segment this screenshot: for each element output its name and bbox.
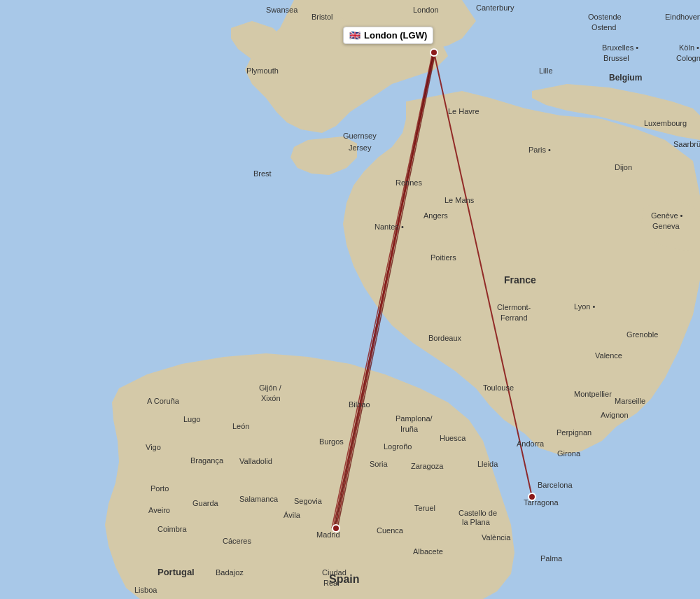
svg-text:London: London [413, 6, 439, 14]
svg-text:Burgos: Burgos [319, 437, 344, 446]
svg-text:Guarda: Guarda [192, 499, 219, 507]
svg-text:Le Mans: Le Mans [444, 196, 475, 204]
svg-text:Valence: Valence [595, 351, 622, 360]
svg-text:Porto: Porto [150, 484, 169, 493]
svg-text:Cuenca: Cuenca [377, 526, 404, 535]
svg-text:Segovia: Segovia [294, 497, 323, 505]
svg-text:Valladolid: Valladolid [239, 457, 272, 465]
svg-text:Badajoz: Badajoz [216, 568, 244, 577]
svg-text:Teruel: Teruel [414, 504, 435, 512]
svg-text:Ferrand: Ferrand [500, 313, 528, 322]
svg-text:Bordeaux: Bordeaux [428, 334, 462, 342]
svg-text:Real: Real [323, 579, 340, 587]
svg-text:Clermont-: Clermont- [497, 303, 531, 311]
svg-text:Nantes •: Nantes • [374, 223, 404, 231]
svg-text:Logroño: Logroño [384, 442, 412, 451]
svg-text:Avignon: Avignon [601, 411, 629, 419]
svg-text:Lleida: Lleida [477, 460, 498, 468]
svg-text:Lugo: Lugo [183, 415, 200, 423]
svg-text:Le Havre: Le Havre [448, 107, 479, 115]
svg-text:Salamanca: Salamanca [239, 495, 279, 503]
svg-text:Brest: Brest [253, 169, 272, 178]
svg-text:Castello de: Castello de [458, 509, 497, 517]
svg-text:Poitiers: Poitiers [430, 253, 456, 262]
svg-text:Soria: Soria [370, 460, 388, 468]
svg-text:France: France [504, 274, 536, 286]
svg-text:Lille: Lille [539, 66, 553, 75]
svg-text:Portugal: Portugal [158, 567, 195, 577]
map-container: Swansea Bristol London Canterbury Oosten… [0, 0, 700, 599]
london-lgw-label: 🇬🇧 London (LGW) [343, 27, 433, 44]
svg-text:Iruña: Iruña [400, 425, 419, 433]
svg-text:Xixón: Xixón [261, 394, 281, 402]
svg-text:Montpellier: Montpellier [574, 390, 612, 398]
svg-text:Lyon •: Lyon • [574, 302, 596, 311]
london-lgw-text: London (LGW) [364, 30, 427, 41]
svg-text:Paris •: Paris • [528, 146, 551, 154]
svg-text:Rennes: Rennes [396, 178, 422, 187]
svg-text:Brussel: Brussel [603, 54, 629, 62]
svg-text:Dijon: Dijon [615, 163, 632, 171]
svg-text:Oostende: Oostende [588, 13, 622, 21]
svg-text:Jersey: Jersey [349, 143, 372, 152]
svg-text:Plymouth: Plymouth [246, 66, 279, 75]
svg-text:Swansea: Swansea [266, 6, 298, 14]
svg-text:Angers: Angers [424, 211, 448, 220]
svg-text:Cáceres: Cáceres [223, 537, 251, 545]
svg-text:Ciudad: Ciudad [322, 568, 346, 577]
svg-text:Toulouse: Toulouse [483, 383, 514, 392]
svg-text:Huesca: Huesca [440, 434, 466, 442]
svg-text:Köln •: Köln • [679, 43, 699, 52]
svg-text:la Plana: la Plana [462, 518, 491, 526]
svg-text:Andorra: Andorra [517, 439, 545, 448]
svg-text:Geneva: Geneva [652, 222, 680, 230]
svg-text:Aveiro: Aveiro [148, 506, 170, 514]
svg-text:Belgium: Belgium [609, 73, 642, 83]
svg-text:Grenoble: Grenoble [626, 330, 658, 339]
svg-text:León: León [232, 422, 249, 430]
svg-text:Coimbra: Coimbra [158, 525, 187, 533]
svg-text:Cologne: Cologne [676, 54, 700, 62]
svg-text:Saarbrücken: Saarbrücken [673, 140, 700, 148]
svg-text:Perpignan: Perpignan [556, 428, 592, 437]
svg-text:Girona: Girona [557, 449, 581, 458]
svg-point-7 [430, 49, 438, 56]
svg-text:Bilbao: Bilbao [349, 400, 370, 409]
svg-text:A Coruña: A Coruña [147, 397, 180, 405]
svg-text:Barcelona: Barcelona [538, 481, 573, 489]
svg-text:Marseille: Marseille [615, 397, 645, 405]
svg-text:Zaragoza: Zaragoza [411, 462, 444, 470]
svg-text:Bragança: Bragança [190, 456, 224, 465]
svg-text:Palma: Palma [540, 554, 563, 563]
uk-flag-icon: 🇬🇧 [349, 30, 360, 41]
svg-text:Lisboa: Lisboa [134, 586, 158, 594]
svg-text:Pamplona/: Pamplona/ [396, 414, 433, 423]
svg-text:València: València [482, 533, 511, 542]
svg-text:Genève •: Genève • [651, 211, 683, 220]
svg-text:Luxembourg: Luxembourg [644, 119, 687, 127]
svg-text:Canterbury: Canterbury [476, 3, 514, 12]
map-svg: Swansea Bristol London Canterbury Oosten… [0, 0, 700, 599]
svg-text:Albacete: Albacete [413, 547, 443, 556]
svg-text:Madrid: Madrid [316, 530, 340, 539]
svg-text:Guernsey: Guernsey [343, 132, 377, 140]
svg-text:Tarragona: Tarragona [524, 498, 559, 507]
svg-text:Gijón /: Gijón / [259, 383, 282, 392]
svg-text:Ávila: Ávila [284, 511, 301, 519]
svg-text:Vigo: Vigo [146, 443, 161, 451]
svg-text:Bruxelles •: Bruxelles • [602, 43, 638, 52]
svg-text:Bristol: Bristol [312, 13, 333, 21]
svg-text:Eindhoven: Eindhoven [665, 13, 700, 21]
svg-text:Ostend: Ostend [592, 23, 616, 31]
